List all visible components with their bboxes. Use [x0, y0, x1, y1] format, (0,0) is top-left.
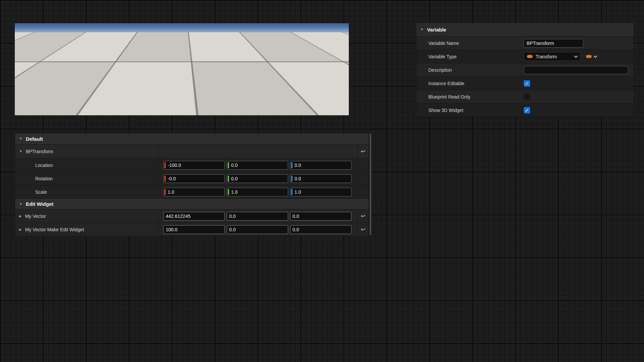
- show-3d-widget-checkbox[interactable]: ✓: [524, 107, 530, 114]
- my-vector-mew-z-input[interactable]: [290, 227, 351, 232]
- variable-type-row: Variable Type Transform: [416, 50, 634, 63]
- variable-name-input[interactable]: [524, 39, 583, 48]
- rotation-z-field[interactable]: [290, 174, 352, 183]
- chevron-down-icon[interactable]: ▼: [19, 137, 22, 140]
- check-icon: ✓: [525, 81, 529, 86]
- show-3d-widget-row: Show 3D Widget ✓: [416, 103, 634, 117]
- category-default-label: Default: [26, 136, 43, 142]
- rotation-x-input[interactable]: [166, 176, 224, 181]
- scale-x-input[interactable]: [166, 189, 224, 195]
- scale-x-field[interactable]: [163, 188, 225, 196]
- rotation-label: Rotation: [35, 176, 53, 181]
- property-row-my-vector-make-edit-widget: ▶ My Vector Make Edit Widget ↩: [15, 223, 369, 236]
- variable-type-value: Transform: [536, 54, 572, 59]
- my-vector-mew-y-field[interactable]: [227, 225, 288, 234]
- scale-label: Scale: [35, 189, 47, 195]
- scale-y-input[interactable]: [229, 189, 288, 195]
- my-vector-z-input[interactable]: [290, 214, 351, 219]
- location-z-input[interactable]: [292, 163, 351, 168]
- bptransform-property-label: BPTransform: [26, 149, 53, 154]
- scale-z-field[interactable]: [290, 188, 352, 196]
- my-vector-z-field[interactable]: [290, 212, 352, 221]
- property-row-scale: Scale: [15, 185, 369, 198]
- description-input[interactable]: [524, 66, 628, 74]
- chevron-right-icon[interactable]: ▶: [19, 228, 22, 231]
- description-label: Description: [416, 67, 524, 73]
- transform-type-icon: [527, 55, 533, 58]
- variable-name-row: Variable Name: [416, 36, 634, 50]
- variable-type-label: Variable Type: [416, 54, 524, 59]
- actor-label-myvector-makeeditwidget: MyVector_MakeEditWidget: [274, 79, 327, 84]
- reset-to-default-button[interactable]: ↩: [361, 214, 365, 219]
- reset-to-default-button[interactable]: ↩: [361, 227, 365, 232]
- check-icon: ✓: [525, 108, 529, 113]
- property-row-location: Location: [15, 158, 369, 172]
- chevron-right-icon[interactable]: ▶: [19, 215, 22, 218]
- description-row: Description: [416, 63, 634, 76]
- property-row-rotation: Rotation: [15, 172, 369, 185]
- variable-section-header[interactable]: ▼ Variable: [416, 23, 634, 36]
- category-default[interactable]: ▼ Default: [15, 133, 369, 144]
- location-z-field[interactable]: [290, 161, 352, 170]
- chevron-down-icon: [574, 54, 578, 58]
- chevron-down-icon[interactable]: ▼: [19, 202, 22, 206]
- blueprint-read-only-checkbox[interactable]: ✓: [524, 94, 530, 100]
- location-x-input[interactable]: [166, 163, 224, 168]
- chevron-down-icon[interactable]: ▼: [420, 28, 424, 31]
- transform-type-icon: [586, 55, 592, 58]
- viewport-3d[interactable]: BPTransform MyVector_MakeEditWidget: [15, 23, 349, 115]
- reset-to-default-button[interactable]: ↩: [361, 149, 365, 154]
- location-y-input[interactable]: [229, 163, 288, 168]
- details-scrollbar-thumb[interactable]: [370, 133, 371, 235]
- instance-editable-row: Instance Editable ✓: [416, 76, 634, 90]
- chevron-down-icon: [593, 54, 597, 58]
- scale-z-input[interactable]: [292, 189, 351, 195]
- rotation-y-field[interactable]: [227, 174, 288, 183]
- blueprint-read-only-row: Blueprint Read Only ✓: [416, 90, 634, 103]
- location-x-field[interactable]: [163, 161, 225, 170]
- my-vector-x-field[interactable]: [163, 212, 225, 221]
- blueprint-read-only-label: Blueprint Read Only: [416, 94, 524, 100]
- rotation-y-input[interactable]: [229, 176, 288, 181]
- my-vector-y-field[interactable]: [227, 212, 288, 221]
- my-vector-mew-y-input[interactable]: [227, 227, 288, 232]
- my-vector-label: My Vector: [25, 214, 46, 219]
- scale-y-field[interactable]: [227, 188, 288, 196]
- actor-label-bptransform: BPTransform: [68, 85, 94, 90]
- viewport-overlay: [15, 23, 349, 115]
- instance-editable-checkbox[interactable]: ✓: [524, 80, 530, 87]
- container-type-selector[interactable]: [586, 55, 597, 58]
- my-vector-mew-z-field[interactable]: [290, 225, 352, 234]
- my-vector-mew-x-input[interactable]: [164, 227, 224, 232]
- category-edit-widget[interactable]: ▼ Edit Widget: [15, 198, 369, 209]
- show-3d-widget-label: Show 3D Widget: [416, 108, 524, 113]
- variable-details-panel: ▼ Variable Variable Name Variable Type T…: [416, 22, 634, 117]
- variable-name-label: Variable Name: [416, 41, 524, 46]
- my-vector-y-input[interactable]: [227, 214, 288, 219]
- property-row-my-vector: ▶ My Vector ↩: [15, 209, 369, 223]
- blueprint-graph-background[interactable]: BPTransform MyVector_MakeEditWidget ▼ Va…: [0, 0, 644, 362]
- instance-editable-label: Instance Editable: [416, 81, 524, 86]
- my-vector-make-edit-widget-label: My Vector Make Edit Widget: [25, 227, 84, 232]
- location-label: Location: [35, 163, 53, 168]
- rotation-x-field[interactable]: [163, 174, 225, 183]
- variable-type-dropdown[interactable]: Transform: [524, 52, 581, 61]
- category-edit-widget-label: Edit Widget: [26, 201, 53, 207]
- chevron-down-icon[interactable]: ▼: [19, 150, 22, 153]
- property-row-bptransform: ▼ BPTransform ↩: [15, 144, 369, 158]
- rotation-z-input[interactable]: [292, 176, 351, 181]
- details-scrollbar[interactable]: [369, 133, 372, 236]
- my-vector-x-input[interactable]: [164, 214, 224, 219]
- variable-section-title: Variable: [427, 27, 446, 33]
- defaults-details-panel: ▼ Default ▼ BPTransform ↩ Location: [15, 133, 369, 236]
- my-vector-mew-x-field[interactable]: [163, 225, 225, 234]
- location-y-field[interactable]: [227, 161, 288, 170]
